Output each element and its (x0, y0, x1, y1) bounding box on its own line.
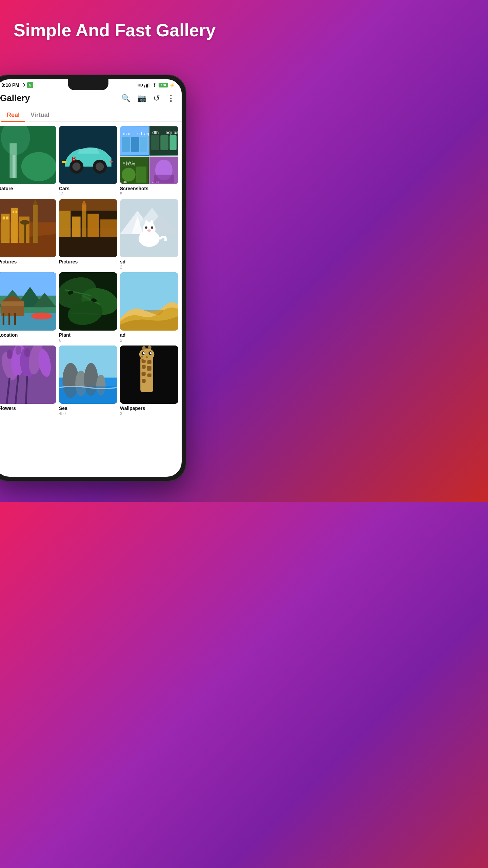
charging-icon: ⚡ (169, 83, 175, 88)
camera-icon[interactable]: 📷 (137, 94, 146, 103)
hero-title: Simple And Fast Gallery (14, 20, 216, 41)
svg-rect-2 (147, 84, 148, 87)
svg-point-35 (122, 168, 136, 182)
tab-real[interactable]: Real (1, 109, 25, 121)
album-count-cars: 13 (59, 192, 117, 196)
svg-rect-83 (1, 301, 24, 306)
svg-point-71 (145, 226, 147, 229)
svg-rect-82 (1, 304, 24, 316)
svg-rect-29 (151, 135, 159, 150)
album-card-cars[interactable]: B Cars 13 (59, 126, 117, 196)
album-thumb-animals (120, 199, 178, 257)
album-name-sd: Pictures (59, 259, 117, 264)
svg-text:asd: asd (174, 130, 178, 135)
svg-point-88 (31, 313, 52, 320)
album-card-plant[interactable]: Plant 6 (59, 272, 117, 343)
svg-point-14 (96, 162, 104, 171)
album-thumb-location (0, 272, 56, 331)
svg-rect-52 (24, 222, 26, 243)
album-name-wallpapers: Wallpapers (120, 406, 178, 411)
plant-art (59, 272, 117, 331)
album-count-sea: 450 (59, 411, 117, 416)
svg-rect-86 (8, 313, 10, 324)
svg-rect-122 (147, 360, 151, 364)
sea-art (59, 346, 117, 404)
svg-rect-124 (147, 366, 151, 371)
album-name-screenshots: Screenshots (120, 186, 178, 191)
album-thumb-flowers (0, 346, 56, 404)
album-card-nature[interactable]: Nature (0, 126, 56, 196)
album-card-flowers[interactable]: Flowers (0, 346, 56, 416)
city-art (0, 199, 56, 257)
svg-rect-126 (147, 374, 151, 377)
svg-point-4 (154, 86, 155, 87)
battery-icon: 100 (159, 83, 168, 87)
svg-rect-1 (146, 84, 147, 87)
desert-art (120, 272, 178, 331)
svg-rect-31 (170, 135, 177, 150)
svg-rect-56 (59, 237, 117, 257)
city2-art (59, 199, 117, 257)
svg-text:axx: axx (123, 131, 130, 136)
album-thumb-pictures (0, 199, 56, 257)
hd-label: HD (138, 83, 143, 87)
album-card-pictures[interactable]: Pictures (0, 199, 56, 270)
album-card-sd[interactable]: Pictures (59, 199, 117, 270)
album-card-ad[interactable]: ad 2 (120, 272, 178, 343)
svg-rect-61 (87, 214, 99, 237)
status-app-icon: G (27, 82, 33, 88)
svg-rect-8 (13, 155, 16, 178)
album-count-animals: 2 (120, 265, 178, 270)
wifi-icon (152, 83, 157, 87)
collage-cell-1: axxsdagb (120, 126, 149, 156)
signal-icon (144, 83, 150, 87)
svg-rect-36 (136, 166, 147, 183)
phone-shell: 3:18 PM ☽ G HD (0, 75, 186, 481)
svg-rect-123 (142, 365, 145, 369)
svg-point-72 (151, 226, 153, 229)
flowers-art (0, 346, 56, 404)
svg-point-9 (21, 152, 56, 181)
album-thumb-sd (59, 199, 117, 257)
svg-rect-99 (120, 272, 178, 298)
refresh-icon[interactable]: ↺ (153, 94, 160, 103)
nature-art (0, 126, 56, 184)
album-card-sea[interactable]: Sea 450 (59, 346, 117, 416)
svg-rect-0 (144, 85, 145, 87)
album-card-animals[interactable]: sd 2 (120, 199, 178, 270)
svg-text:B: B (72, 155, 76, 162)
album-name-sea: Sea (59, 406, 117, 411)
collage-cell-2: dfheqiasd (149, 126, 178, 156)
album-thumb-wallpapers (120, 346, 178, 404)
tab-virtual[interactable]: Virtual (25, 109, 55, 121)
album-thumb-plant (59, 272, 117, 331)
svg-point-128 (139, 349, 155, 360)
car-art: B (59, 126, 117, 184)
svg-rect-85 (3, 313, 4, 324)
album-thumb-ad (120, 272, 178, 331)
svg-rect-47 (6, 217, 8, 220)
svg-point-135 (143, 352, 145, 354)
album-card-wallpapers[interactable]: Wallpapers 3 (120, 346, 178, 416)
tab-bar: Real Virtual (0, 107, 182, 122)
search-icon[interactable]: 🔍 (121, 94, 130, 103)
svg-text:eqi: eqi (166, 130, 172, 135)
svg-rect-58 (72, 217, 81, 237)
album-name-location: Location (0, 332, 56, 338)
album-card-screenshots[interactable]: axxsdagb dfheqiasd 别称鸟ad aaa (120, 126, 178, 196)
album-name-plant: Plant (59, 332, 117, 338)
collage-cell-3: 别称鸟ad (120, 157, 149, 184)
svg-rect-15 (62, 161, 67, 163)
svg-text:别称鸟: 别称鸟 (123, 161, 135, 166)
album-count-wallpapers: 3 (120, 411, 178, 416)
svg-rect-49 (16, 211, 17, 213)
animals-art (120, 199, 178, 257)
album-card-location[interactable]: Location (0, 272, 56, 343)
moon-icon: ☽ (21, 83, 25, 87)
svg-point-137 (141, 356, 143, 357)
svg-point-111 (24, 348, 30, 357)
svg-rect-3 (148, 83, 149, 87)
album-name-cars: Cars (59, 186, 117, 191)
more-menu-icon[interactable]: ⋮ (167, 94, 175, 103)
album-thumb-sea (59, 346, 117, 404)
